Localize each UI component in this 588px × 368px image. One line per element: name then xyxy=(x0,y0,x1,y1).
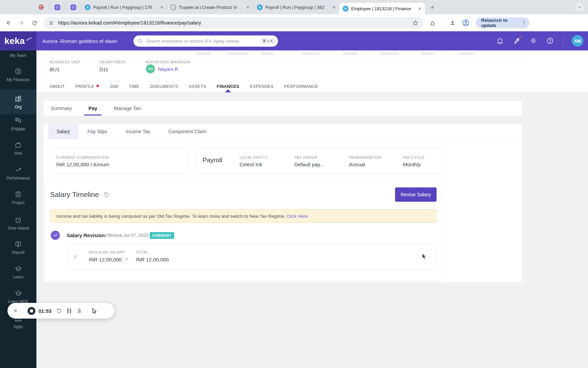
sidebar-item-time-attend[interactable]: Time Attend xyxy=(0,216,36,231)
skeleton-bar xyxy=(343,52,358,55)
tab-documents[interactable]: DOCUMENTS xyxy=(150,81,178,92)
tab-assets[interactable]: ASSETS xyxy=(189,81,206,92)
recorder-divider xyxy=(23,307,23,315)
delete-recording-icon[interactable] xyxy=(76,308,82,314)
sidebar-item-payroll[interactable]: Payroll xyxy=(0,240,36,255)
collapse-toolbar-icon[interactable] xyxy=(12,308,18,314)
reporting-manager-field: REPORTING MANAGER xyxy=(145,60,190,64)
forward-button[interactable] xyxy=(16,17,27,29)
kebab-menu-icon[interactable] xyxy=(522,20,526,25)
tab-finances[interactable]: FINANCES xyxy=(217,81,239,92)
profile-button[interactable] xyxy=(460,17,472,29)
active-subtab-underline xyxy=(84,114,102,116)
tab-expenses[interactable]: EXPENSES xyxy=(250,81,274,92)
bookmark-star-icon[interactable] xyxy=(412,20,419,26)
skeleton-bar xyxy=(196,52,211,55)
tab-trupeer[interactable]: + Trupeer.ai | Create Product Vi xyxy=(167,0,253,14)
extensions-icon[interactable] xyxy=(427,17,439,29)
app-header: keka Aurora -Roman goddess of dawn ⌘ + K xyxy=(0,31,588,50)
sidebar-item-project[interactable]: Project xyxy=(0,190,36,205)
keka-favicon: k xyxy=(257,4,263,10)
close-icon[interactable] xyxy=(332,5,336,9)
url-text[interactable]: https://aurora.kekad.com/#/employee/1813… xyxy=(58,20,408,26)
pinned-tab-1[interactable] xyxy=(49,0,65,14)
global-search[interactable]: ⌘ + K xyxy=(133,35,278,47)
banner-suffix: . xyxy=(308,214,309,219)
settings-gear-icon[interactable] xyxy=(529,37,538,45)
skeleton-bar xyxy=(302,52,320,55)
manager-avatar[interactable]: NB xyxy=(146,64,155,73)
close-icon[interactable] xyxy=(246,5,250,9)
recording-tab[interactable] xyxy=(33,0,49,14)
sidebar-item-learn[interactable]: Learn xyxy=(0,265,36,279)
tab-title: Payroll | Run | Paygroup | 382 xyxy=(265,5,329,10)
tax-regime-link[interactable]: Click Here xyxy=(287,214,308,219)
search-icon xyxy=(137,39,143,44)
equals-sign: = xyxy=(125,257,128,262)
pause-recording-icon[interactable] xyxy=(67,308,72,314)
back-button[interactable] xyxy=(3,17,14,29)
tab-about[interactable]: ABOUT xyxy=(50,81,65,92)
subtab-manage-tax[interactable]: Manage Tax xyxy=(114,101,141,116)
sidebar-item-engage[interactable]: Engage xyxy=(0,117,36,131)
tab-performance[interactable]: PERFORMANCE xyxy=(284,81,318,92)
employee-header-section: BUSINESS UNIT BU1 DEPARTMENT D11 REPORTI… xyxy=(36,50,588,81)
tab-search-button[interactable] xyxy=(575,3,584,12)
tab-employee-active[interactable]: k Employee | 1813216 | Finance xyxy=(339,3,425,14)
tab-payroll-1[interactable]: k Payroll | Run | Paygroup | 178 xyxy=(81,0,167,14)
manager-name-link[interactable]: Nayani B xyxy=(158,66,178,72)
pinned-tab-2[interactable] xyxy=(65,0,81,14)
close-icon[interactable] xyxy=(160,5,164,9)
field-value: D11 xyxy=(99,66,127,72)
salary-revision-title: Salary Revision xyxy=(67,232,105,238)
address-bar[interactable]: https://aurora.kekad.com/#/employee/1813… xyxy=(44,17,423,29)
site-info-icon[interactable] xyxy=(48,20,54,26)
sidebar-item-org[interactable]: Org xyxy=(0,89,36,114)
tab-profile[interactable]: PROFILE xyxy=(76,81,99,92)
search-input[interactable] xyxy=(146,38,257,44)
restart-recording-icon[interactable] xyxy=(56,308,62,314)
sidebar-item-my-finances[interactable]: My Finances xyxy=(0,67,36,82)
history-icon[interactable] xyxy=(103,191,110,198)
close-icon[interactable] xyxy=(418,7,422,11)
trupeer-favicon: + xyxy=(171,5,176,10)
paytab-salary[interactable]: Salary xyxy=(48,124,78,139)
compensation-label: CURRENT COMPENSATION xyxy=(56,155,109,159)
stop-recording-button[interactable] xyxy=(28,307,35,315)
user-avatar[interactable]: AM xyxy=(572,35,583,47)
tab-payroll-2[interactable]: k Payroll | Run | Paygroup | 382 xyxy=(254,0,339,14)
sidebar-item-performance[interactable]: Performance xyxy=(0,166,36,181)
sidebar-item-learn-mee[interactable]: Learn MEE xyxy=(0,290,36,304)
subtab-summary[interactable]: Summary xyxy=(51,101,72,116)
revise-salary-button[interactable]: Revise Salary xyxy=(395,187,437,202)
screen-recorder-toolbar: 01:53 xyxy=(7,303,114,319)
cursor-tool-icon[interactable] xyxy=(92,308,97,314)
new-tab-button[interactable] xyxy=(427,2,437,12)
tab-time[interactable]: TIME xyxy=(129,81,139,92)
salary-revision-row[interactable]: REGULAR SALARY INR 12,00,000 = TOTAL INR… xyxy=(67,243,436,270)
relaunch-to-update-button[interactable]: Relaunch to update xyxy=(476,17,529,28)
expand-chevron-icon[interactable] xyxy=(72,253,78,260)
skeleton-bar xyxy=(458,52,475,55)
tab-job[interactable]: JOB xyxy=(110,81,118,92)
subtab-pay[interactable]: Pay xyxy=(88,101,97,116)
paytab-pay-slips[interactable]: Pay Slips xyxy=(78,124,116,139)
header-divider xyxy=(563,36,563,45)
sidebar-nav: My Team My Finances Org Engage Hire xyxy=(0,50,36,368)
sidebar-item-my-team[interactable]: My Team xyxy=(0,53,36,58)
department-field: DEPARTMENT D11 xyxy=(99,60,127,72)
paytab-component-claim[interactable]: Component Claim xyxy=(159,124,216,139)
notifications-bell-icon[interactable] xyxy=(496,37,504,45)
project-icon xyxy=(14,190,22,198)
notification-badge xyxy=(519,36,522,39)
whats-new-rocket-icon[interactable] xyxy=(513,37,521,45)
skeleton-bar xyxy=(227,52,248,55)
paytab-income-tax[interactable]: Income Tax xyxy=(116,124,159,139)
help-icon[interactable] xyxy=(546,37,554,45)
keka-logo[interactable]: keka xyxy=(0,31,36,50)
downloads-button[interactable] xyxy=(447,17,458,29)
sidebar-item-hire[interactable]: Hire xyxy=(0,141,36,156)
field-label: DEPARTMENT xyxy=(99,60,127,64)
active-tab-indicator xyxy=(225,89,231,92)
reload-button[interactable] xyxy=(29,17,40,29)
